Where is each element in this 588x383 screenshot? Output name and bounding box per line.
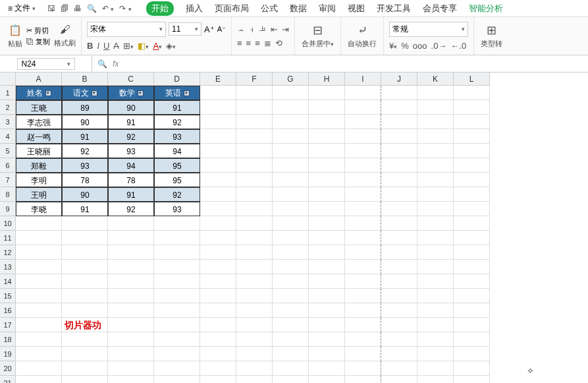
cell[interactable] <box>200 173 236 187</box>
column-header[interactable]: K <box>417 73 454 86</box>
indent-left-icon[interactable]: ⇤ <box>271 24 278 34</box>
cell[interactable] <box>309 245 345 260</box>
column-header[interactable]: I <box>345 73 381 86</box>
cell[interactable]: 94 <box>154 144 200 158</box>
cell[interactable] <box>417 144 454 158</box>
cell[interactable] <box>236 231 273 245</box>
align-center-icon[interactable]: ≡ <box>246 38 252 48</box>
cell[interactable] <box>16 216 62 231</box>
cell[interactable] <box>108 216 154 231</box>
currency-icon[interactable]: ¥▾ <box>389 41 397 51</box>
cell[interactable] <box>62 216 108 231</box>
cell[interactable] <box>154 289 200 303</box>
cell[interactable]: 王明 <box>16 187 62 202</box>
row-header[interactable]: 1 <box>0 86 16 100</box>
cell[interactable] <box>236 376 273 383</box>
align-left-icon[interactable]: ≡ <box>237 38 242 48</box>
cell[interactable] <box>273 144 309 158</box>
cell[interactable]: 数学▾ <box>108 86 154 100</box>
strikethrough-button[interactable]: A̶ <box>113 41 119 51</box>
cell[interactable] <box>108 318 154 332</box>
cell[interactable] <box>345 231 381 245</box>
tab-2[interactable]: 页面布局 <box>215 3 249 15</box>
cell[interactable] <box>154 231 200 245</box>
row-header[interactable]: 11 <box>0 231 16 245</box>
cell[interactable] <box>62 274 108 289</box>
tab-5[interactable]: 审阅 <box>319 3 336 15</box>
cell[interactable] <box>345 361 381 376</box>
cell[interactable] <box>200 144 236 158</box>
tab-6[interactable]: 视图 <box>348 3 365 15</box>
cell[interactable] <box>108 231 154 245</box>
cell[interactable] <box>454 245 490 260</box>
row-header[interactable]: 16 <box>0 303 16 318</box>
fx-icon[interactable]: fx <box>113 59 119 69</box>
row-header[interactable]: 18 <box>0 332 16 347</box>
cell[interactable]: 李晓 <box>16 202 62 216</box>
cell[interactable] <box>200 260 236 274</box>
cell[interactable] <box>454 115 490 129</box>
cell[interactable] <box>62 332 108 347</box>
cell[interactable] <box>381 144 417 158</box>
cell[interactable]: 王晓丽 <box>16 144 62 158</box>
tab-smart-analysis[interactable]: 智能分析 <box>469 3 503 15</box>
cell[interactable] <box>309 347 345 361</box>
cell[interactable] <box>345 245 381 260</box>
cell[interactable]: 91 <box>62 202 108 216</box>
cell[interactable] <box>200 202 236 216</box>
cell[interactable] <box>200 361 236 376</box>
cell[interactable]: 78 <box>108 173 154 187</box>
cell[interactable] <box>62 260 108 274</box>
cell[interactable] <box>417 129 454 144</box>
tab-1[interactable]: 插入 <box>186 3 203 15</box>
cell[interactable] <box>381 332 417 347</box>
cell[interactable] <box>345 144 381 158</box>
cell[interactable] <box>309 289 345 303</box>
cell[interactable] <box>236 332 273 347</box>
cell[interactable] <box>345 173 381 187</box>
cell[interactable] <box>381 173 417 187</box>
cell[interactable]: 95 <box>154 158 200 173</box>
cell[interactable] <box>454 303 490 318</box>
cell[interactable] <box>381 303 417 318</box>
print-icon[interactable]: 🖶 <box>74 4 82 13</box>
cell[interactable] <box>454 376 490 383</box>
cell[interactable] <box>200 318 236 332</box>
cell[interactable] <box>236 216 273 231</box>
cell[interactable] <box>273 231 309 245</box>
cell[interactable] <box>273 361 309 376</box>
cell[interactable] <box>236 260 273 274</box>
cell[interactable] <box>417 158 454 173</box>
cell[interactable] <box>381 245 417 260</box>
fill-color-button[interactable]: ◧▾ <box>138 41 149 51</box>
cell[interactable] <box>309 376 345 383</box>
cell[interactable] <box>236 347 273 361</box>
cell[interactable] <box>417 274 454 289</box>
cell[interactable] <box>417 216 454 231</box>
cell[interactable] <box>309 260 345 274</box>
cell[interactable] <box>273 202 309 216</box>
cell[interactable] <box>309 332 345 347</box>
cell[interactable] <box>16 289 62 303</box>
cell[interactable] <box>454 361 490 376</box>
cell[interactable] <box>381 361 417 376</box>
cell-styles-button[interactable]: ⊞ 类型转 <box>474 17 509 55</box>
cell[interactable] <box>108 361 154 376</box>
italic-button[interactable]: I <box>97 41 99 51</box>
cell[interactable] <box>273 187 309 202</box>
cell[interactable] <box>417 303 454 318</box>
align-middle-icon[interactable]: ⫞ <box>250 24 254 34</box>
cell[interactable] <box>454 202 490 216</box>
cell[interactable] <box>236 318 273 332</box>
cell[interactable] <box>62 376 108 383</box>
cell[interactable] <box>345 332 381 347</box>
cell[interactable]: 93 <box>108 144 154 158</box>
cell[interactable] <box>381 158 417 173</box>
cell[interactable] <box>345 274 381 289</box>
cell[interactable] <box>200 332 236 347</box>
decrease-font-icon[interactable]: A⁻ <box>217 25 226 34</box>
increase-decimal-icon[interactable]: .0→ <box>431 41 447 51</box>
cell[interactable] <box>454 144 490 158</box>
row-header[interactable]: 4 <box>0 129 16 144</box>
cell[interactable] <box>16 347 62 361</box>
